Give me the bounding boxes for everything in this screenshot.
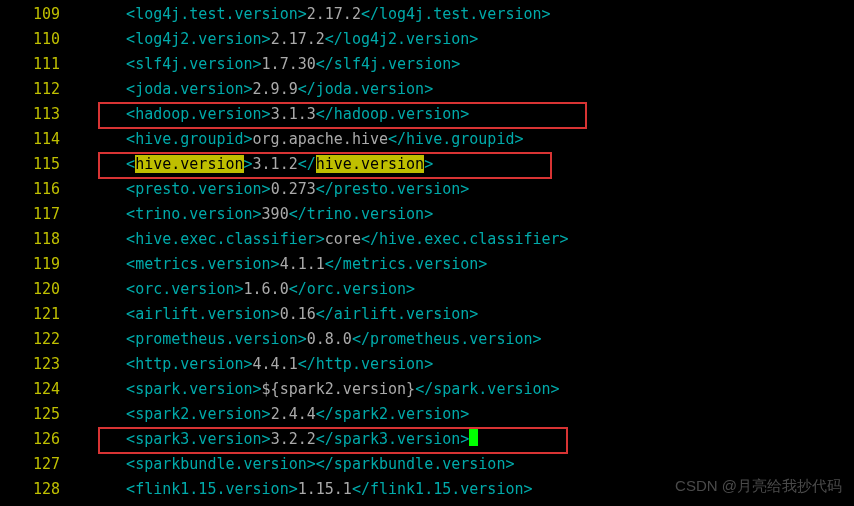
line-number: 114 <box>0 127 90 152</box>
xml-text: 390 <box>262 205 289 223</box>
xml-text: 2.4.4 <box>271 405 316 423</box>
line-number: 121 <box>0 302 90 327</box>
line-number: 117 <box>0 202 90 227</box>
code-content: <hive.exec.classifier>core</hive.exec.cl… <box>90 227 569 252</box>
xml-text: ${spark2.version} <box>262 380 416 398</box>
line-number: 120 <box>0 277 90 302</box>
line-number: 111 <box>0 52 90 77</box>
code-content: <hive.version>3.1.2</hive.version> <box>90 152 433 177</box>
line-number: 109 <box>0 2 90 27</box>
xml-text: core <box>325 230 361 248</box>
line-number: 116 <box>0 177 90 202</box>
xml-text: 2.17.2 <box>307 5 361 23</box>
xml-tag: < <box>90 155 135 173</box>
xml-tag: </trino.version> <box>289 205 434 223</box>
xml-tag: <hive.exec.classifier> <box>90 230 325 248</box>
xml-tag: <prometheus.version> <box>90 330 307 348</box>
line-number: 112 <box>0 77 90 102</box>
line-number: 125 <box>0 402 90 427</box>
xml-tag: </hadoop.version> <box>316 105 470 123</box>
highlight-text: hive.version <box>316 155 424 173</box>
xml-text: 2.9.9 <box>253 80 298 98</box>
code-line: 117 <trino.version>390</trino.version> <box>0 202 854 227</box>
xml-tag: <hive.groupid> <box>90 130 253 148</box>
code-content: <spark3.version>3.2.2</spark3.version> <box>90 427 478 452</box>
xml-text: 4.1.1 <box>280 255 325 273</box>
code-content: <airlift.version>0.16</airlift.version> <box>90 302 478 327</box>
code-content: <http.version>4.4.1</http.version> <box>90 352 433 377</box>
line-number: 110 <box>0 27 90 52</box>
line-number: 115 <box>0 152 90 177</box>
line-number: 113 <box>0 102 90 127</box>
xml-tag: </log4j2.version> <box>325 30 479 48</box>
code-content: <slf4j.version>1.7.30</slf4j.version> <box>90 52 460 77</box>
xml-tag: <log4j.test.version> <box>90 5 307 23</box>
line-number: 118 <box>0 227 90 252</box>
xml-tag: <airlift.version> <box>90 305 280 323</box>
xml-tag: <slf4j.version> <box>90 55 262 73</box>
xml-tag: <joda.version> <box>90 80 253 98</box>
xml-text: 1.15.1 <box>298 480 352 498</box>
xml-tag: <spark.version> <box>90 380 262 398</box>
xml-tag: <spark2.version> <box>90 405 271 423</box>
code-line: 113 <hadoop.version>3.1.3</hadoop.versio… <box>0 102 854 127</box>
code-line: 118 <hive.exec.classifier>core</hive.exe… <box>0 227 854 252</box>
code-line: 123 <http.version>4.4.1</http.version> <box>0 352 854 377</box>
xml-text: 1.7.30 <box>262 55 316 73</box>
xml-text: 2.17.2 <box>271 30 325 48</box>
xml-text: 0.8.0 <box>307 330 352 348</box>
code-content: <prometheus.version>0.8.0</prometheus.ve… <box>90 327 542 352</box>
code-content: <joda.version>2.9.9</joda.version> <box>90 77 433 102</box>
xml-tag: </airlift.version> <box>316 305 479 323</box>
code-line: 109 <log4j.test.version>2.17.2</log4j.te… <box>0 2 854 27</box>
xml-text: org.apache.hive <box>253 130 388 148</box>
xml-tag: </flink1.15.version> <box>352 480 533 498</box>
line-number: 124 <box>0 377 90 402</box>
code-line: 116 <presto.version>0.273</presto.versio… <box>0 177 854 202</box>
code-line: 111 <slf4j.version>1.7.30</slf4j.version… <box>0 52 854 77</box>
line-number: 128 <box>0 477 90 502</box>
xml-tag: <log4j2.version> <box>90 30 271 48</box>
code-content: <orc.version>1.6.0</orc.version> <box>90 277 415 302</box>
cursor <box>469 428 478 446</box>
code-line: 112 <joda.version>2.9.9</joda.version> <box>0 77 854 102</box>
xml-tag: </orc.version> <box>289 280 415 298</box>
xml-tag: <spark3.version> <box>90 430 271 448</box>
highlight-text: hive.version <box>135 155 243 173</box>
xml-tag: <trino.version> <box>90 205 262 223</box>
code-line: 124 <spark.version>${spark2.version}</sp… <box>0 377 854 402</box>
code-content: <flink1.15.version>1.15.1</flink1.15.ver… <box>90 477 533 502</box>
line-number: 119 <box>0 252 90 277</box>
xml-tag: </log4j.test.version> <box>361 5 551 23</box>
xml-tag: <flink1.15.version> <box>90 480 298 498</box>
xml-tag: </spark.version> <box>415 380 560 398</box>
xml-tag: </metrics.version> <box>325 255 488 273</box>
code-content: <log4j.test.version>2.17.2</log4j.test.v… <box>90 2 551 27</box>
xml-tag: </presto.version> <box>316 180 470 198</box>
xml-tag: <orc.version> <box>90 280 244 298</box>
code-line: 120 <orc.version>1.6.0</orc.version> <box>0 277 854 302</box>
xml-tag: </http.version> <box>298 355 433 373</box>
code-line: 126 <spark3.version>3.2.2</spark3.versio… <box>0 427 854 452</box>
xml-text: 1.6.0 <box>244 280 289 298</box>
code-line: 121 <airlift.version>0.16</airlift.versi… <box>0 302 854 327</box>
xml-tag: > <box>244 155 253 173</box>
xml-tag: </spark2.version> <box>316 405 470 423</box>
line-number: 122 <box>0 327 90 352</box>
xml-tag: </joda.version> <box>298 80 433 98</box>
code-line: 122 <prometheus.version>0.8.0</prometheu… <box>0 327 854 352</box>
xml-text: 3.1.3 <box>271 105 316 123</box>
xml-tag: > <box>424 155 433 173</box>
line-number: 127 <box>0 452 90 477</box>
code-line: 125 <spark2.version>2.4.4</spark2.versio… <box>0 402 854 427</box>
code-line: 115 <hive.version>3.1.2</hive.version> <box>0 152 854 177</box>
xml-text: 3.2.2 <box>271 430 316 448</box>
code-line: 114 <hive.groupid>org.apache.hive</hive.… <box>0 127 854 152</box>
xml-text: 3.1.2 <box>253 155 298 173</box>
code-content: <log4j2.version>2.17.2</log4j2.version> <box>90 27 478 52</box>
xml-tag: </hive.groupid> <box>388 130 523 148</box>
xml-tag: <presto.version> <box>90 180 271 198</box>
watermark: CSDN @月亮给我抄代码 <box>675 473 842 498</box>
code-content: <trino.version>390</trino.version> <box>90 202 433 227</box>
code-line: 119 <metrics.version>4.1.1</metrics.vers… <box>0 252 854 277</box>
